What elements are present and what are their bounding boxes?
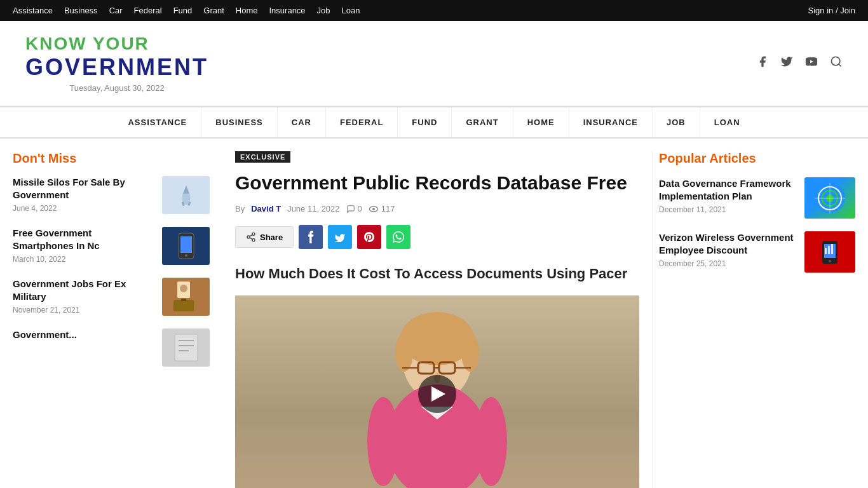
svg-point-20 bbox=[252, 233, 255, 235]
by-label: By bbox=[235, 204, 245, 214]
dont-miss-item-title[interactable]: Missile Silos For Sale By Government bbox=[13, 176, 154, 201]
svg-line-24 bbox=[250, 234, 253, 236]
topbar-link-insurance[interactable]: Insurance bbox=[269, 6, 306, 15]
author-link[interactable]: David T bbox=[251, 204, 281, 214]
view-count: 117 bbox=[369, 204, 395, 214]
header-icons bbox=[756, 55, 843, 71]
article-meta: By David T June 11, 2022 0 117 bbox=[235, 204, 639, 214]
svg-rect-53 bbox=[831, 244, 833, 254]
article-title: Government Public Records Database Free bbox=[235, 170, 639, 195]
popular-item: Data Governance Framework Implementation… bbox=[659, 177, 855, 219]
popular-item-title[interactable]: Verizon Wireless Government Employee Dis… bbox=[659, 231, 796, 256]
topbar-link-loan[interactable]: Loan bbox=[342, 6, 360, 15]
nav-loan[interactable]: LOAN bbox=[700, 107, 754, 137]
nav-car[interactable]: CAR bbox=[277, 107, 325, 137]
svg-point-22 bbox=[252, 239, 255, 241]
popular-articles-title: Popular Articles bbox=[659, 151, 855, 166]
svg-point-28 bbox=[395, 334, 413, 372]
nav-assistance[interactable]: ASSISTANCE bbox=[114, 107, 201, 137]
svg-point-11 bbox=[180, 285, 187, 292]
dont-miss-item-title[interactable]: Government... bbox=[13, 329, 154, 341]
share-button[interactable]: Share bbox=[235, 226, 294, 248]
svg-rect-14 bbox=[175, 334, 198, 361]
dont-miss-section: Don't Miss Missile Silos For Sale By Gov… bbox=[13, 151, 210, 367]
logo-date: Tuesday, August 30, 2022 bbox=[25, 83, 208, 93]
whatsapp-share-button[interactable] bbox=[386, 225, 410, 249]
popular-item-date: December 11, 2021 bbox=[659, 205, 796, 214]
popular-item-text: Verizon Wireless Government Employee Dis… bbox=[659, 231, 796, 268]
youtube-icon[interactable] bbox=[804, 55, 818, 71]
twitter-share-button[interactable] bbox=[328, 225, 352, 249]
play-button[interactable] bbox=[418, 375, 456, 413]
top-bar: Assistance Business Car Federal Fund Gra… bbox=[0, 0, 868, 21]
dont-miss-item-text: Government... bbox=[13, 329, 154, 344]
nav-home[interactable]: HOME bbox=[513, 107, 569, 137]
svg-rect-51 bbox=[825, 248, 827, 254]
popular-item-text: Data Governance Framework Implementation… bbox=[659, 177, 796, 214]
header: KNOW YOUR GOVERNMENT Tuesday, August 30,… bbox=[0, 21, 868, 106]
nav-grant[interactable]: GRANT bbox=[451, 107, 512, 137]
facebook-share-button[interactable] bbox=[299, 225, 323, 249]
popular-articles-panel: Popular Articles Data Governance Framewo… bbox=[652, 151, 855, 488]
list-item: Free Government Smartphones In Nc March … bbox=[13, 227, 210, 265]
nav-fund[interactable]: FUND bbox=[397, 107, 451, 137]
article-sub-heading: How Much Does It Cost To Access Document… bbox=[235, 264, 639, 284]
page-body: Don't Miss Missile Silos For Sale By Gov… bbox=[0, 139, 868, 488]
svg-point-1 bbox=[832, 57, 840, 65]
svg-line-2 bbox=[839, 64, 841, 67]
facebook-icon[interactable] bbox=[756, 55, 769, 71]
svg-point-39 bbox=[367, 397, 399, 486]
nav-insurance[interactable]: INSURANCE bbox=[569, 107, 652, 137]
topbar-link-job[interactable]: Job bbox=[317, 6, 330, 15]
svg-rect-8 bbox=[180, 236, 192, 253]
dont-miss-item-date: March 10, 2022 bbox=[13, 255, 154, 264]
main-nav: ASSISTANCE BUSINESS CAR FEDERAL FUND GRA… bbox=[0, 106, 868, 139]
svg-line-23 bbox=[250, 238, 253, 240]
svg-point-9 bbox=[185, 254, 187, 257]
sign-in-link[interactable]: Sign in / Join bbox=[808, 6, 855, 15]
popular-thumb-data-gov bbox=[804, 177, 855, 219]
article-date: June 11, 2022 bbox=[287, 204, 339, 214]
top-bar-links: Assistance Business Car Federal Fund Gra… bbox=[13, 6, 360, 15]
list-item: Government Jobs For Ex Military November… bbox=[13, 278, 210, 316]
popular-item-date: December 25, 2021 bbox=[659, 259, 796, 268]
svg-point-29 bbox=[461, 334, 479, 372]
topbar-link-grant[interactable]: Grant bbox=[203, 6, 224, 15]
dont-miss-item-title[interactable]: Government Jobs For Ex Military bbox=[13, 278, 154, 302]
nav-business[interactable]: BUSINESS bbox=[201, 107, 276, 137]
svg-point-19 bbox=[372, 208, 375, 210]
dont-miss-item-date: November 21, 2021 bbox=[13, 306, 154, 315]
twitter-icon[interactable] bbox=[780, 55, 793, 71]
popular-item: Verizon Wireless Government Employee Dis… bbox=[659, 231, 855, 273]
topbar-link-federal[interactable]: Federal bbox=[134, 6, 162, 15]
dont-miss-thumb-last bbox=[162, 329, 210, 367]
nav-federal[interactable]: FEDERAL bbox=[325, 107, 397, 137]
svg-marker-4 bbox=[183, 186, 189, 194]
topbar-link-assistance[interactable]: Assistance bbox=[13, 6, 53, 15]
video-background bbox=[235, 295, 639, 488]
share-label: Share bbox=[260, 233, 283, 242]
dont-miss-panel: Don't Miss Missile Silos For Sale By Gov… bbox=[13, 151, 222, 488]
dont-miss-item-text: Government Jobs For Ex Military November… bbox=[13, 278, 154, 315]
dont-miss-thumb-phone bbox=[162, 227, 210, 265]
topbar-link-business[interactable]: Business bbox=[64, 6, 98, 15]
dont-miss-item-title[interactable]: Free Government Smartphones In Nc bbox=[13, 227, 154, 252]
pinterest-share-button[interactable] bbox=[357, 225, 381, 249]
logo-gov: GOVERNMENT bbox=[25, 54, 208, 81]
dont-miss-item-text: Missile Silos For Sale By Government Jun… bbox=[13, 176, 154, 213]
popular-item-title[interactable]: Data Governance Framework Implementation… bbox=[659, 177, 796, 202]
exclusive-badge: EXCLUSIVE bbox=[235, 151, 290, 163]
topbar-link-home[interactable]: Home bbox=[236, 6, 258, 15]
search-icon[interactable] bbox=[830, 55, 843, 71]
nav-job[interactable]: JOB bbox=[652, 107, 700, 137]
comment-count: 0 bbox=[346, 204, 362, 214]
dont-miss-title: Don't Miss bbox=[13, 151, 210, 166]
svg-rect-12 bbox=[173, 300, 194, 311]
topbar-link-car[interactable]: Car bbox=[109, 6, 123, 15]
logo[interactable]: KNOW YOUR GOVERNMENT Tuesday, August 30,… bbox=[25, 34, 208, 93]
topbar-link-fund[interactable]: Fund bbox=[173, 6, 193, 15]
share-bar: Share bbox=[235, 225, 639, 249]
video-container bbox=[235, 295, 639, 488]
logo-know: KNOW YOUR bbox=[25, 34, 208, 54]
svg-point-50 bbox=[829, 260, 831, 262]
